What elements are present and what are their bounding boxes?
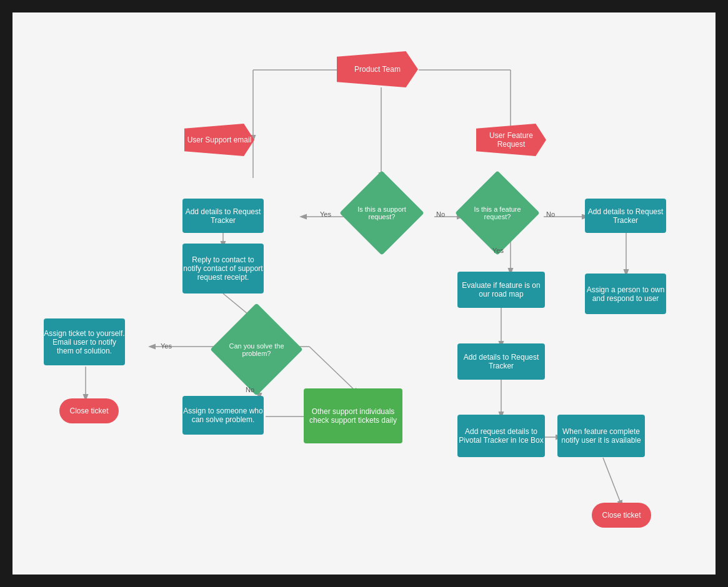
no-label-feature: No — [546, 210, 555, 218]
close-ticket-left-node: Close ticket — [59, 398, 119, 423]
yes-label-solve: Yes — [161, 342, 172, 350]
evaluate-feature-node: Evaluate if feature is on our road map — [457, 272, 545, 308]
no-label-solve: No — [246, 386, 254, 393]
other-support-node: Other support individuals check support … — [304, 388, 402, 443]
add-pivotal-node: Add request details to Pivotal Tracker i… — [457, 415, 545, 457]
reply-to-contact-node: Reply to contact to notify contact of su… — [182, 244, 264, 294]
can-solve-diamond: Can you solve the problem? — [224, 317, 289, 382]
add-details-left-node: Add details to Request Tracker — [182, 199, 264, 233]
svg-line-17 — [309, 347, 358, 393]
assign-to-someone-node: Assign to someone who can solve problem. — [182, 396, 264, 435]
add-details-feature-node: Add details to Request Tracker — [457, 343, 545, 380]
no-label-support: No — [436, 210, 445, 218]
add-details-right-node: Add details to Request Tracker — [585, 199, 666, 233]
assign-person-node: Assign a person to own and respond to us… — [585, 274, 666, 314]
close-ticket-right-node: Close ticket — [592, 503, 651, 528]
assign-ticket-node: Assign ticket to yourself. Email user to… — [44, 318, 125, 365]
yes-label-feature: Yes — [492, 247, 504, 254]
svg-line-22 — [603, 458, 622, 506]
flowchart-canvas: Product Team User Support email User Fea… — [12, 12, 716, 575]
product-team-node: Product Team — [337, 51, 418, 87]
when-feature-node: When feature complete notify user it is … — [557, 415, 645, 457]
feature-request-diamond: Is this a feature request? — [467, 183, 527, 243]
support-request-diamond: Is this a support request? — [352, 183, 412, 243]
yes-label-support: Yes — [320, 210, 331, 218]
user-support-email-node: User Support email — [184, 124, 254, 156]
user-feature-request-node: User Feature Request — [476, 124, 546, 156]
